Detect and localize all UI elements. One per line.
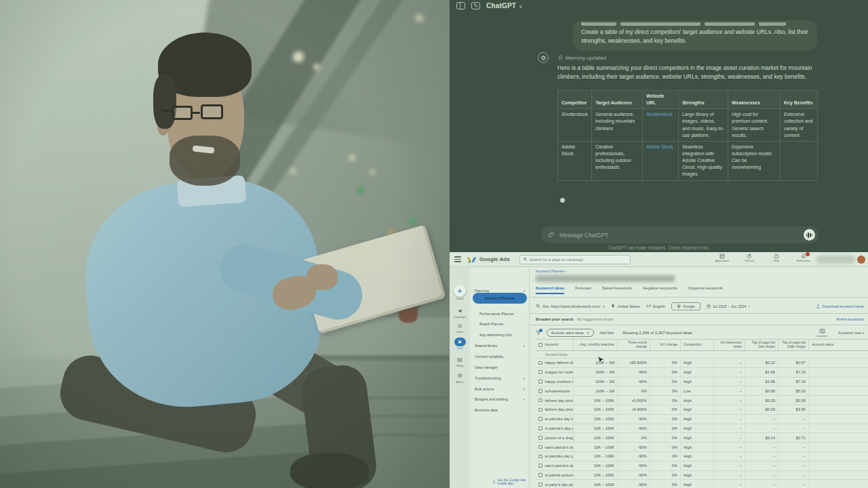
tab-forecast[interactable]: Forecast (575, 286, 591, 293)
sidebar-toggle-icon[interactable] (456, 2, 465, 9)
sidebar-item-reach-planner[interactable]: Reach Planner (470, 319, 530, 328)
row-checkbox[interactable] (538, 361, 542, 365)
row-checkbox[interactable] (538, 445, 542, 449)
keyword-table-row[interactable]: picture of a dragon10K – 100K0%0%High–$0… (536, 433, 868, 443)
keyword-table-row[interactable]: happy mothers day ph...100K – 1M-90%0%Hi… (536, 378, 868, 387)
sidebar-item-performance-planner[interactable]: Performance Planner (470, 309, 530, 318)
row-checkbox[interactable] (538, 417, 542, 421)
topbar-search-input[interactable] (530, 258, 627, 262)
rail-item-create[interactable]: +Create (450, 285, 470, 300)
column-header-ad-impression-share[interactable]: Ad impression share (713, 340, 745, 350)
rail-item-goals[interactable]: ◎Goals (450, 321, 470, 333)
row-checkbox[interactable] (538, 436, 542, 440)
keyword-table-row[interactable]: saint patrick's day im...10K – 100K-90%0… (536, 462, 868, 471)
network-selector[interactable]: Google (671, 302, 701, 310)
cell-value: 10K – 100K (594, 399, 614, 403)
column-header-three-month-change[interactable]: Three month change (617, 340, 650, 350)
row-checkbox[interactable] (538, 426, 542, 430)
cell-bid_high: – (778, 443, 808, 451)
rail-item-tools[interactable]: ✖Tools (450, 338, 470, 350)
rail-item-billing[interactable]: ▤Billing (450, 355, 470, 367)
sidebar-item-troubleshooting[interactable]: Troubleshooting∨ (470, 373, 530, 382)
rail-item-campaigns[interactable]: ◄Campaigns (450, 306, 470, 319)
remove-chip-icon[interactable]: ✕ (587, 331, 589, 335)
rail-item-admin[interactable]: ⚙Admin (450, 371, 470, 384)
message-composer[interactable] (541, 226, 818, 243)
row-checkbox[interactable] (538, 408, 542, 412)
row-checkbox[interactable] (538, 473, 542, 477)
help-button[interactable]: ? Help (766, 253, 787, 262)
language-selector[interactable]: 文A English (646, 304, 666, 308)
sidebar-item-data-manager[interactable]: Data manager (470, 363, 530, 371)
appearance-button[interactable]: Appearance (712, 253, 732, 262)
sidebar-item-shared-library[interactable]: Shared library∨ (470, 341, 530, 350)
row-checkbox[interactable] (538, 399, 542, 403)
keyword-table-row[interactable]: st patrick's day pictures10K – 100K-90%0… (536, 424, 868, 434)
keyword-table-row[interactable]: st patrick pictures10K – 100K-90%0%High–… (536, 471, 868, 481)
keyword-table-row[interactable]: fathers day photo10K – 100K+9,900%0%High… (536, 405, 868, 415)
keyword-table-row[interactable]: happy fathers day ph...100K – 1M+99,900%… (536, 359, 868, 368)
keyword-table-row[interactable]: images for mother's d...100K – 1M-90%0%H… (536, 368, 868, 378)
notifications-button[interactable]: Notifications (793, 253, 814, 262)
sidebar-item-budgets-and-bidding[interactable]: Budgets and bidding∨ (470, 394, 530, 403)
model-selector[interactable]: ChatGPT∨ (486, 2, 523, 9)
row-checkbox[interactable] (538, 464, 542, 468)
sidebar-item-business-data[interactable]: Business data (470, 405, 530, 414)
competitor-table-cell-website_url[interactable]: Shutterstock (642, 109, 678, 142)
message-input[interactable] (559, 232, 799, 239)
column-header-yoy-change[interactable]: YoY change (650, 340, 680, 350)
tab-negative-keywords[interactable]: Negative keywords (643, 286, 677, 293)
sidebar-item-bulk-actions[interactable]: Bulk actions∨ (470, 384, 530, 393)
download-keyword-ideas-link[interactable]: Download keyword ideas (816, 304, 864, 308)
select-all-checkbox[interactable] (538, 343, 542, 347)
tab-keyword-ideas[interactable]: Keyword ideas (536, 286, 564, 294)
keyword-table-row[interactable]: st patricks day pics10K – 100K-90%0%High… (536, 452, 868, 462)
menu-hamburger-icon[interactable] (454, 256, 461, 262)
exclude-adult-ideas-chip[interactable]: Exclude adult ideas ✕ (547, 329, 594, 337)
keyword-table-row[interactable]: fathers day pictures10K – 100K+9,900%0%H… (536, 396, 868, 405)
refine-keywords-link[interactable]: Refine keywords (836, 317, 864, 321)
column-header-top-of-page-bid-low-range-[interactable]: Top of page bid (low range) (745, 340, 778, 350)
columns-button[interactable]: Columns (816, 329, 828, 338)
keyword-view-dropdown[interactable]: Keyword view ▾ (838, 331, 864, 335)
row-checkbox[interactable] (538, 455, 542, 459)
column-header-account-status[interactable]: Account status (808, 340, 868, 350)
refresh-button[interactable]: Refresh (739, 253, 760, 262)
column-header-competition[interactable]: Competition (680, 340, 713, 350)
sidebar-item-keyword-planner[interactable]: Keyword Planner (473, 293, 527, 304)
cell-keyword: st patrick's day pictures (536, 424, 573, 433)
date-range-selector[interactable]: Jul 2023 – Jun 2024 ▾ (707, 304, 750, 308)
attach-paperclip-icon[interactable] (548, 231, 555, 239)
competitor-table-cell-website_url[interactable]: Adobe Stock (642, 141, 678, 180)
tab-saved-keywords[interactable]: Saved keywords (602, 286, 632, 293)
location-selector[interactable]: United States (611, 304, 639, 308)
row-checkbox[interactable] (538, 389, 542, 393)
account-avatar[interactable] (857, 256, 865, 264)
cell-bid_high: – (778, 471, 808, 480)
admin-icon: ⚙ (454, 371, 466, 380)
column-header-keyword[interactable]: Keyword (536, 340, 573, 350)
keyword-table-row[interactable]: st patricks day images10K – 100K-90%0%Hi… (536, 415, 868, 424)
sidebar-item-content-suitability[interactable]: Content suitability (470, 352, 530, 361)
keyword-table-row[interactable]: schutterstocks100K – 1M0%0%Low–$0.99$5.0… (536, 386, 868, 396)
site-filter[interactable]: Site: https://www.shutterstock.com/ ✕ (536, 304, 605, 308)
mobile-app-link[interactable]: Get the Google Ads mobile app (493, 479, 529, 485)
column-header-top-of-page-bid-high-range-[interactable]: Top of page bid (high range) (778, 340, 808, 350)
new-chat-icon[interactable]: ✎ (471, 2, 480, 9)
breadcrumb[interactable]: Keyword Planner › (536, 269, 566, 273)
row-checkbox[interactable] (538, 370, 542, 374)
clear-site-icon[interactable]: ✕ (602, 304, 605, 308)
filter-funnel-button[interactable] (536, 330, 541, 336)
voice-mode-button[interactable] (804, 229, 815, 241)
tab-organize-keywords[interactable]: Organize keywords (688, 286, 722, 293)
topbar-search-box[interactable] (519, 255, 631, 264)
sidebar-item-app-advertising-hub[interactable]: App advertising hub (470, 330, 530, 339)
add-filter-button[interactable]: Add filter (599, 331, 614, 335)
row-checkbox[interactable] (538, 380, 542, 384)
row-checkbox[interactable] (538, 483, 542, 487)
keyword-table-row[interactable]: st patty's day pictures10K – 100K-90%0%H… (536, 480, 868, 488)
settings-gear-icon[interactable] (538, 52, 549, 63)
cell-value: – (740, 407, 742, 411)
column-header-avg-monthly-searches[interactable]: ↓ Avg. monthly searches (573, 340, 617, 350)
keyword-table-row[interactable]: saint patrick's day pic...10K – 100K-90%… (536, 443, 868, 452)
